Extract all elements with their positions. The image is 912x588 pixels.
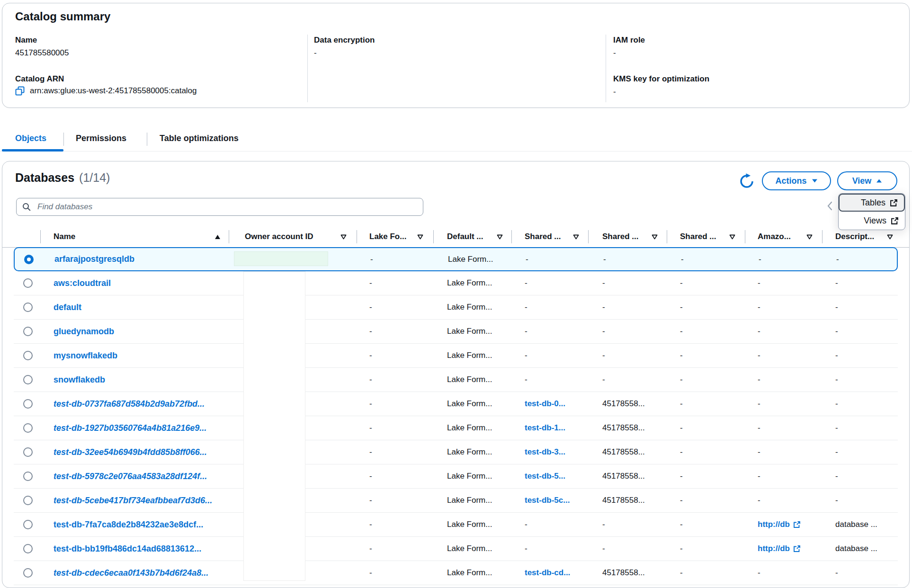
table-cell: Lake Form... (448, 248, 493, 270)
table-cell: - (680, 464, 683, 488)
table-cell: - (759, 248, 761, 270)
row-select-radio[interactable] (23, 472, 33, 481)
table-cell: - (835, 271, 838, 295)
database-name-link[interactable]: test-db-1927b03560764a4b81a216e9... (54, 416, 206, 440)
row-select-radio[interactable] (23, 375, 33, 384)
table-cell: 45178558... (602, 489, 645, 512)
row-select-radio[interactable] (23, 303, 33, 312)
table-cell: - (680, 513, 683, 536)
shared-database-link[interactable]: test-db-0... (525, 392, 565, 416)
tab-permissions[interactable]: Permissions (76, 134, 126, 143)
table-row[interactable]: test-db-5cebe417bf734eafbbeaf7d3d6...-La… (14, 489, 898, 513)
row-select-radio[interactable] (23, 520, 33, 529)
database-name-link[interactable]: aws:cloudtrail (54, 271, 111, 295)
table-row[interactable]: test-db-32ee54b6949b4fdd85b8ff066...-Lak… (14, 440, 898, 464)
table-cell: - (680, 368, 683, 392)
table-cell: - (369, 440, 372, 464)
table-cell: - (369, 271, 372, 295)
tab-bar-divider (0, 151, 912, 151)
database-name-link[interactable]: mysnowflakedb (54, 344, 117, 367)
table-cell: - (835, 295, 838, 319)
database-url-link[interactable]: http://db (758, 513, 801, 536)
menu-item-views-label: Views (864, 216, 886, 226)
table-row[interactable]: aws:cloudtrail-Lake Form...----- (14, 271, 898, 295)
database-name-link[interactable]: test-db-5978c2e076aa4583a28df124f... (54, 464, 207, 488)
table-cell: - (370, 248, 373, 270)
external-link-icon (890, 199, 898, 207)
row-select-radio[interactable] (24, 255, 34, 264)
table-cell: - (835, 464, 838, 488)
database-name-link[interactable]: gluedynamodb (54, 320, 114, 343)
table-row[interactable]: gluedynamodb-Lake Form...----- (14, 320, 898, 344)
tab-table-optimizations[interactable]: Table optimizations (160, 134, 239, 143)
database-name-link[interactable]: snowflakedb (54, 368, 105, 392)
table-cell: 45178558... (602, 440, 645, 464)
row-select-radio[interactable] (23, 544, 33, 553)
database-name-link[interactable]: test-db-32ee54b6949b4fdd85b8ff066... (54, 440, 207, 464)
table-cell: - (603, 248, 606, 270)
table-row[interactable]: test-db-bb19fb486dc14ad68813612...-Lake … (14, 537, 898, 561)
database-name-link[interactable]: default (54, 295, 81, 319)
row-select-radio[interactable] (23, 568, 33, 578)
row-select-radio[interactable] (23, 399, 33, 409)
table-row[interactable]: arfarajpostgresqldb-Lake Form...----- (14, 247, 898, 271)
table-cell: - (835, 344, 838, 367)
row-select-radio[interactable] (23, 278, 33, 288)
redaction-overlay-owner-id (234, 251, 328, 266)
table-cell: Lake Form... (447, 416, 492, 440)
table-row[interactable]: test-db-cdec6ecaa0f143b7b4d6f24a8...-Lak… (14, 561, 898, 585)
shared-database-link[interactable]: test-db-3... (525, 440, 565, 464)
table-cell: - (835, 320, 838, 343)
table-cell: - (758, 440, 760, 464)
table-cell: - (602, 344, 605, 367)
table-cell: - (369, 489, 372, 512)
shared-database-link[interactable]: test-db-5... (525, 464, 565, 488)
menu-item-views[interactable]: Views (839, 212, 905, 230)
shared-database-link[interactable]: test-db-1... (525, 416, 565, 440)
database-name-link[interactable]: test-db-7fa7ca8de2b84232ae3e8dcf... (54, 513, 203, 536)
row-select-radio[interactable] (23, 423, 33, 433)
table-cell: Lake Form... (447, 392, 492, 416)
table-cell: - (758, 344, 760, 367)
table-cell: Lake Form... (447, 489, 492, 512)
copy-icon[interactable] (15, 86, 25, 96)
row-select-radio[interactable] (23, 447, 33, 457)
table-cell: - (680, 489, 683, 512)
database-name-link[interactable]: test-db-bb19fb486dc14ad68813612... (54, 537, 201, 561)
table-cell: - (680, 440, 683, 464)
row-select-radio[interactable] (23, 327, 33, 336)
table-cell: - (681, 248, 684, 270)
table-cell: - (758, 368, 760, 392)
row-select-radio[interactable] (23, 351, 33, 360)
table-cell: Lake Form... (447, 464, 492, 488)
table-cell: - (758, 320, 760, 343)
table-row[interactable]: mysnowflakedb-Lake Form...----- (14, 344, 898, 368)
table-row[interactable]: test-db-1927b03560764a4b81a216e9...-Lake… (14, 416, 898, 440)
table-row[interactable]: default-Lake Form...----- (14, 295, 898, 320)
database-name-link[interactable]: test-db-cdec6ecaa0f143b7b4d6f24a8... (54, 561, 208, 585)
table-row[interactable]: test-db-5978c2e076aa4583a28df124f...-Lak… (14, 464, 898, 489)
database-name-link[interactable]: test-db-5cebe417bf734eafbbeaf7d3d6... (54, 489, 212, 512)
field-iam-role-label: IAM role (613, 36, 645, 45)
table-cell: 45178558... (602, 561, 645, 585)
tab-divider (63, 133, 64, 146)
external-link-icon (891, 217, 899, 225)
tab-objects[interactable]: Objects (15, 134, 46, 143)
table-cell: - (680, 344, 683, 367)
shared-database-link[interactable]: test-db-cd... (525, 561, 570, 585)
table-row[interactable]: test-db-0737fa687d584b2d9ab72fbd...-Lake… (14, 392, 898, 416)
summary-column-divider (307, 35, 308, 102)
table-cell: - (835, 489, 838, 512)
database-name-link[interactable]: test-db-0737fa687d584b2d9ab72fbd... (54, 392, 205, 416)
menu-item-tables[interactable]: Tables (839, 194, 905, 212)
database-name-link[interactable]: arfarajpostgresqldb (54, 248, 134, 270)
shared-database-link[interactable]: test-db-5c... (525, 489, 570, 512)
table-row[interactable]: snowflakedb-Lake Form...----- (14, 368, 898, 392)
table-cell: - (758, 392, 760, 416)
row-select-radio[interactable] (23, 496, 33, 505)
table-cell: - (525, 537, 528, 561)
database-url-link[interactable]: http://db (758, 537, 801, 561)
table-row[interactable]: test-db-7fa7ca8de2b84232ae3e8dcf...-Lake… (14, 513, 898, 537)
table-cell: - (369, 561, 372, 585)
field-catalog-arn: Catalog ARN arn:aws:glue:us-west-2:45178… (15, 74, 197, 96)
